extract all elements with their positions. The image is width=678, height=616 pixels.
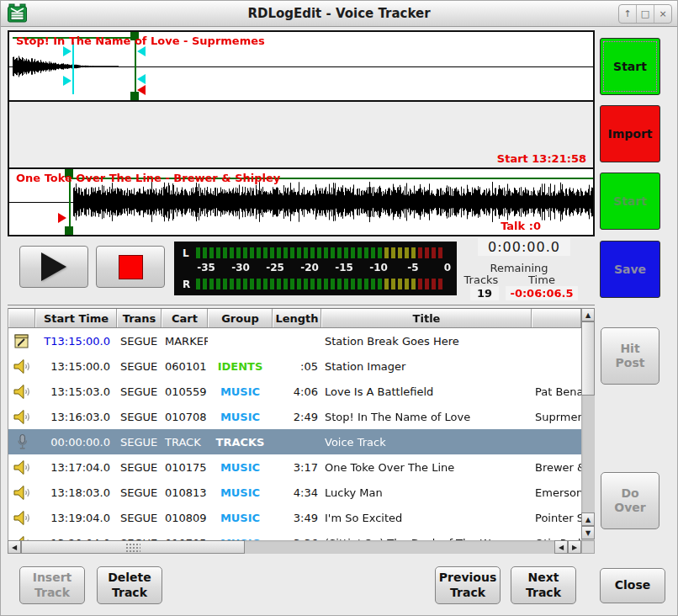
app-logo-icon bbox=[7, 3, 29, 24]
fade-marker-top-icon[interactable] bbox=[63, 46, 72, 56]
column-header-length[interactable]: Length bbox=[273, 309, 321, 327]
fade-marker-bottom-icon[interactable] bbox=[63, 76, 72, 86]
maximize-icon[interactable]: □ bbox=[637, 5, 654, 23]
delete-track-button[interactable]: Delete Track bbox=[97, 566, 162, 604]
waveform-panel: Stop! In The Name of Love - Suprmemes St… bbox=[8, 30, 595, 236]
start-record-button[interactable]: Start bbox=[600, 38, 660, 95]
scroll-up2-icon[interactable]: ▲ bbox=[581, 512, 595, 526]
import-button[interactable]: Import bbox=[600, 105, 660, 162]
meter-segment bbox=[324, 247, 328, 258]
meter-segment bbox=[304, 247, 308, 258]
horizontal-scrollbar[interactable]: ◀ ◀ ▶ bbox=[8, 540, 581, 554]
log-row-selected[interactable]: 00:00:00.0SEGUETRACKTRACKSVoice Track bbox=[8, 429, 581, 454]
meter-right-label: R bbox=[183, 279, 190, 290]
meter-segment bbox=[371, 247, 375, 258]
cell-length: 4:06 bbox=[273, 385, 321, 398]
column-header-icon[interactable] bbox=[8, 309, 35, 327]
speaker-icon bbox=[8, 510, 35, 526]
cell-cart: 010175 bbox=[162, 461, 208, 474]
shade-up-icon[interactable]: ↑ bbox=[619, 5, 637, 23]
cell-title: Voice Track bbox=[321, 436, 532, 449]
waveform-track-voice[interactable]: Start 13:21:58 bbox=[9, 100, 593, 167]
meter-segment bbox=[250, 247, 254, 258]
column-header-start-time[interactable]: Start Time bbox=[35, 309, 117, 327]
scroll-down-icon[interactable]: ▼ bbox=[581, 526, 595, 539]
column-header-trans[interactable]: Trans bbox=[117, 309, 162, 327]
log-row[interactable]: 13:16:03.0SEGUE010708MUSIC2:49Stop! In T… bbox=[8, 404, 581, 429]
column-header-title[interactable]: Title bbox=[321, 309, 532, 327]
previous-track-button[interactable]: Previous Track bbox=[435, 566, 501, 604]
meter-segment bbox=[230, 247, 234, 258]
fade-marker-line bbox=[72, 42, 74, 94]
cell-length: 4:34 bbox=[273, 486, 321, 499]
meter-segment bbox=[270, 247, 274, 258]
log-row[interactable]: 13:18:03.0SEGUE010813MUSIC4:34Lucky ManE… bbox=[8, 480, 581, 505]
meter-scale-tick: -10 bbox=[369, 262, 388, 273]
meter-right-segments bbox=[196, 279, 442, 289]
scroll-right-icon[interactable]: ▶ bbox=[568, 540, 581, 554]
stop-button[interactable] bbox=[96, 246, 165, 288]
log-row[interactable]: T13:15:00.0SEGUEMARKERStation Break Goes… bbox=[8, 328, 581, 353]
meter-segment bbox=[290, 247, 294, 258]
cell-cart: 010809 bbox=[162, 512, 208, 524]
meter-segment bbox=[418, 279, 422, 289]
meter-segment bbox=[331, 247, 335, 258]
marker-icon bbox=[8, 333, 35, 349]
cell-group: MUSIC bbox=[208, 411, 273, 423]
transport-panel: L -35-30-25-20-15-10-50 R 0:00:00.0 Rema… bbox=[8, 237, 595, 305]
segue-fade-bottom-icon[interactable] bbox=[137, 74, 146, 84]
log-row[interactable]: 13:15:03.0SEGUE010559MUSIC4:06Love Is A … bbox=[8, 379, 581, 404]
cell-group: MUSIC bbox=[208, 461, 273, 474]
previous-track-title: Stop! In The Name of Love - Suprmemes bbox=[16, 35, 265, 47]
titlebar[interactable]: RDLogEdit - Voice Tracker ↑ □ × bbox=[1, 1, 677, 27]
column-header-group[interactable]: Group bbox=[208, 309, 273, 327]
cell-cart: 060101 bbox=[162, 360, 208, 373]
next-start-marker-icon[interactable] bbox=[58, 213, 66, 223]
meter-segment bbox=[432, 279, 436, 289]
scroll-left-icon[interactable]: ◀ bbox=[8, 540, 21, 554]
meter-segment bbox=[358, 247, 362, 258]
log-row[interactable]: 13:17:04.0SEGUE010175MUSIC3:17One Toke O… bbox=[8, 454, 581, 480]
meter-segment bbox=[196, 279, 200, 289]
waveform-track-previous[interactable]: Stop! In The Name of Love - Suprmemes bbox=[9, 32, 593, 100]
cell-start-time: 13:18:03.0 bbox=[35, 486, 117, 499]
scroll-up-icon[interactable]: ▲ bbox=[581, 308, 595, 321]
meter-segment bbox=[203, 279, 207, 289]
play-button[interactable] bbox=[19, 246, 88, 288]
meter-segment bbox=[216, 247, 220, 258]
next-track-button[interactable]: Next Track bbox=[511, 566, 576, 604]
cell-length: 3:17 bbox=[273, 461, 321, 474]
cell-start-time: 13:15:00.0 bbox=[35, 360, 117, 373]
vertical-scrollbar-thumb[interactable] bbox=[581, 321, 595, 396]
meter-segment bbox=[236, 247, 241, 258]
vertical-scrollbar[interactable]: ▲ ▲ ▼ bbox=[581, 308, 595, 540]
column-header-artist[interactable] bbox=[532, 309, 581, 327]
meter-scale-tick: -15 bbox=[335, 262, 353, 273]
meter-segment bbox=[317, 247, 321, 258]
close-icon[interactable]: × bbox=[654, 5, 671, 23]
meter-segment bbox=[358, 279, 362, 289]
cell-length: 3:49 bbox=[273, 512, 321, 524]
next-handle-bottom[interactable] bbox=[65, 226, 73, 235]
cell-trans: SEGUE bbox=[117, 512, 162, 524]
scroll-left2-icon[interactable]: ◀ bbox=[554, 540, 568, 554]
meter-segment bbox=[243, 247, 247, 258]
cell-cart: 010708 bbox=[162, 411, 208, 423]
log-table: Start TimeTransCartGroupLengthTitle T13:… bbox=[8, 308, 581, 540]
segue-fade-top-icon[interactable] bbox=[137, 46, 146, 56]
cell-title: I'm So Excited bbox=[321, 512, 532, 524]
cell-start-time: 13:19:04.0 bbox=[35, 512, 117, 524]
meter-segment bbox=[297, 279, 301, 289]
column-header-cart[interactable]: Cart bbox=[162, 309, 208, 327]
log-row[interactable]: 13:15:00.0SEGUE060101IDENTS:05Station Im… bbox=[8, 353, 581, 379]
end-marker-icon[interactable] bbox=[137, 85, 146, 95]
meter-segment bbox=[418, 247, 422, 258]
log-row[interactable]: 13:19:04.0SEGUE010809MUSIC3:49I'm So Exc… bbox=[8, 505, 581, 530]
waveform-track-next[interactable]: One Toke Over The Line - Brewer & Shiple… bbox=[9, 167, 593, 235]
close-button[interactable]: Close bbox=[600, 568, 665, 603]
meter-scale-tick: 0 bbox=[444, 262, 451, 273]
speaker-icon bbox=[8, 409, 35, 425]
next-track-title: One Toke Over The Line - Brewer & Shiple… bbox=[16, 172, 280, 184]
horizontal-scrollbar-thumb[interactable] bbox=[21, 540, 245, 554]
speaker-icon bbox=[8, 384, 35, 400]
